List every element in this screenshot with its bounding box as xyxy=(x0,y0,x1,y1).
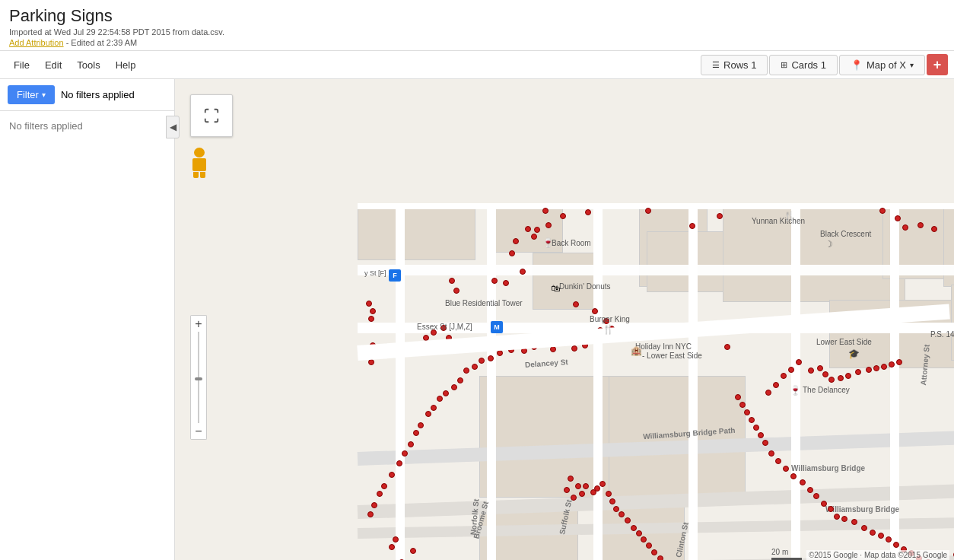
parking-sign-marker[interactable] xyxy=(545,222,552,228)
parking-sign-marker[interactable] xyxy=(724,344,730,350)
parking-sign-marker[interactable] xyxy=(381,483,387,489)
tab-cards[interactable]: ⊞ Cards 1 xyxy=(769,55,838,75)
parking-sign-marker[interactable] xyxy=(525,226,531,232)
parking-sign-marker[interactable] xyxy=(368,316,374,322)
menu-tools[interactable]: Tools xyxy=(69,56,107,74)
parking-sign-marker[interactable] xyxy=(457,377,463,383)
parking-sign-marker[interactable] xyxy=(575,483,581,489)
parking-sign-marker[interactable] xyxy=(568,476,574,482)
parking-sign-marker[interactable] xyxy=(781,373,787,379)
parking-sign-marker[interactable] xyxy=(881,364,887,370)
parking-sign-marker[interactable] xyxy=(513,238,519,244)
add-attribution-link[interactable]: Add Attribution xyxy=(9,38,64,47)
parking-sign-marker[interactable] xyxy=(845,373,851,379)
parking-sign-marker[interactable] xyxy=(828,506,834,512)
menu-file[interactable]: File xyxy=(6,56,37,74)
parking-sign-marker[interactable] xyxy=(646,542,652,549)
parking-sign-marker[interactable] xyxy=(402,450,408,457)
parking-sign-marker[interactable] xyxy=(366,301,372,307)
parking-sign-marker[interactable] xyxy=(749,417,755,423)
collapse-sidebar-button[interactable]: ◀ xyxy=(166,116,180,138)
parking-sign-marker[interactable] xyxy=(838,375,844,381)
parking-sign-marker[interactable] xyxy=(879,208,886,214)
parking-sign-marker[interactable] xyxy=(463,368,469,374)
parking-sign-marker[interactable] xyxy=(585,209,591,215)
parking-sign-marker[interactable] xyxy=(893,542,899,548)
parking-sign-marker[interactable] xyxy=(371,502,377,508)
menu-edit[interactable]: Edit xyxy=(37,56,69,74)
parking-sign-marker[interactable] xyxy=(560,213,566,219)
parking-sign-marker[interactable] xyxy=(451,384,457,390)
parking-sign-marker[interactable] xyxy=(866,367,872,373)
parking-sign-marker[interactable] xyxy=(861,525,867,531)
zoom-slider-track[interactable] xyxy=(190,332,207,423)
parking-sign-marker[interactable] xyxy=(775,458,781,464)
parking-sign-marker[interactable] xyxy=(592,308,598,314)
parking-sign-marker[interactable] xyxy=(368,359,374,365)
parking-sign-marker[interactable] xyxy=(768,450,774,457)
parking-sign-marker[interactable] xyxy=(520,269,526,275)
parking-sign-marker[interactable] xyxy=(396,460,402,466)
parking-sign-marker[interactable] xyxy=(594,485,600,492)
parking-sign-marker[interactable] xyxy=(822,371,828,377)
parking-sign-marker[interactable] xyxy=(619,511,625,517)
parking-sign-marker[interactable] xyxy=(813,493,819,499)
parking-sign-marker[interactable] xyxy=(758,432,764,438)
parking-sign-marker[interactable] xyxy=(855,369,861,375)
parking-sign-marker[interactable] xyxy=(800,479,806,485)
map-container[interactable]: Back Room 🍷 Dunkin' Donuts 🛍 Blue Reside… xyxy=(175,79,954,560)
parking-sign-marker[interactable] xyxy=(606,491,612,497)
parking-sign-marker[interactable] xyxy=(413,430,419,436)
parking-sign-marker[interactable] xyxy=(443,390,449,396)
parking-sign-marker[interactable] xyxy=(534,227,540,233)
parking-sign-marker[interactable] xyxy=(425,411,431,417)
parking-sign-marker[interactable] xyxy=(886,536,892,542)
zoom-in-button[interactable]: + xyxy=(190,315,207,332)
parking-sign-marker[interactable] xyxy=(573,301,579,307)
parking-sign-marker[interactable] xyxy=(531,234,537,240)
parking-sign-marker[interactable] xyxy=(841,516,847,522)
parking-sign-marker[interactable] xyxy=(851,519,857,525)
parking-sign-marker[interactable] xyxy=(807,487,813,493)
parking-sign-marker[interactable] xyxy=(609,498,615,504)
parking-sign-marker[interactable] xyxy=(571,345,577,352)
parking-sign-marker[interactable] xyxy=(393,536,399,542)
parking-sign-marker[interactable] xyxy=(641,536,647,542)
parking-sign-marker[interactable] xyxy=(449,278,455,284)
parking-sign-marker[interactable] xyxy=(599,481,606,487)
parking-sign-marker[interactable] xyxy=(583,483,589,489)
zoom-out-button[interactable]: − xyxy=(190,423,207,440)
parking-sign-marker[interactable] xyxy=(367,511,374,517)
parking-sign-marker[interactable] xyxy=(509,250,515,256)
parking-sign-marker[interactable] xyxy=(817,365,823,371)
fullscreen-button[interactable] xyxy=(190,94,233,137)
menu-help[interactable]: Help xyxy=(108,56,144,74)
parking-sign-marker[interactable] xyxy=(625,517,631,523)
parking-sign-marker[interactable] xyxy=(657,555,663,560)
parking-sign-marker[interactable] xyxy=(878,533,884,539)
parking-sign-marker[interactable] xyxy=(873,365,879,371)
parking-sign-marker[interactable] xyxy=(753,425,759,431)
parking-sign-marker[interactable] xyxy=(808,368,814,374)
parking-sign-marker[interactable] xyxy=(472,364,478,370)
parking-sign-marker[interactable] xyxy=(613,506,619,512)
parking-sign-marker[interactable] xyxy=(437,396,443,402)
parking-sign-marker[interactable] xyxy=(389,544,395,550)
parking-sign-marker[interactable] xyxy=(488,355,494,361)
pegman[interactable] xyxy=(190,148,208,178)
add-view-button[interactable]: + xyxy=(927,54,948,75)
parking-sign-marker[interactable] xyxy=(491,278,498,284)
parking-sign-marker[interactable] xyxy=(773,382,779,388)
parking-sign-marker[interactable] xyxy=(389,472,395,478)
parking-sign-marker[interactable] xyxy=(765,390,771,396)
parking-sign-marker[interactable] xyxy=(788,367,794,373)
parking-sign-marker[interactable] xyxy=(479,358,485,364)
parking-sign-marker[interactable] xyxy=(651,549,657,555)
parking-sign-marker[interactable] xyxy=(636,530,642,536)
parking-sign-marker[interactable] xyxy=(497,350,503,356)
parking-sign-marker[interactable] xyxy=(917,222,924,228)
filter-button[interactable]: Filter ▾ xyxy=(8,85,55,104)
parking-sign-marker[interactable] xyxy=(579,491,585,497)
parking-sign-marker[interactable] xyxy=(377,491,383,497)
tab-map[interactable]: 📍 Map of X ▾ xyxy=(839,55,925,75)
